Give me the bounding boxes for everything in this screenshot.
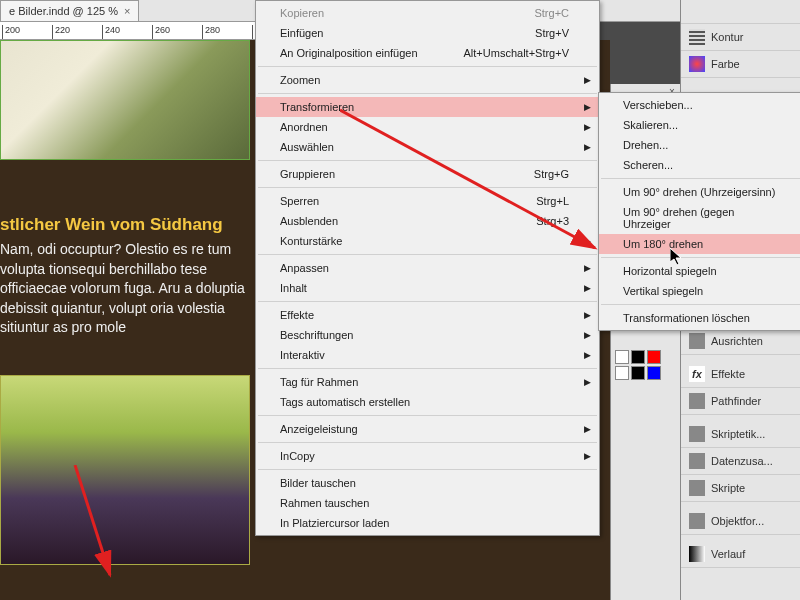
- menu-item-label: Horizontal spiegeln: [623, 265, 717, 277]
- transform-submenu-item[interactable]: Scheren...: [599, 155, 800, 175]
- context-menu-item[interactable]: Tag für Rahmen▶: [256, 372, 599, 392]
- submenu-arrow-icon: ▶: [584, 424, 591, 434]
- menu-item-label: Konturstärke: [280, 235, 342, 247]
- panel-verlauf[interactable]: Verlauf: [681, 541, 800, 568]
- submenu-arrow-icon: ▶: [584, 310, 591, 320]
- transform-submenu-item[interactable]: Um 90° drehen (Uhrzeigersinn): [599, 182, 800, 202]
- context-menu-item[interactable]: Interaktiv▶: [256, 345, 599, 365]
- panel-effekte[interactable]: fxEffekte: [681, 361, 800, 388]
- ruler-tick: 240: [102, 25, 152, 39]
- context-menu-item[interactable]: In Platziercursor laden: [256, 513, 599, 533]
- transform-submenu-item[interactable]: Um 90° drehen (gegen Uhrzeiger: [599, 202, 800, 234]
- swatch[interactable]: [631, 350, 645, 364]
- transform-submenu-item[interactable]: Skalieren...: [599, 115, 800, 135]
- swatch[interactable]: [615, 366, 629, 380]
- menu-separator: [601, 304, 800, 305]
- menu-separator: [258, 301, 597, 302]
- body-text[interactable]: Nam, odi occuptur? Olestio es re tum vol…: [0, 240, 245, 338]
- context-menu-item[interactable]: Anordnen▶: [256, 117, 599, 137]
- menu-item-label: Rahmen tauschen: [280, 497, 369, 509]
- menu-separator: [258, 160, 597, 161]
- swatch[interactable]: [615, 350, 629, 364]
- context-menu-item[interactable]: KopierenStrg+C: [256, 3, 599, 23]
- menu-item-label: Transformieren: [280, 101, 354, 113]
- swatch[interactable]: [647, 366, 661, 380]
- context-menu-item[interactable]: Zoomen▶: [256, 70, 599, 90]
- transform-submenu-item[interactable]: Transformationen löschen: [599, 308, 800, 328]
- panel-label: Effekte: [711, 368, 745, 380]
- context-menu-item[interactable]: An Originalposition einfügenAlt+Umschalt…: [256, 43, 599, 63]
- menu-item-label: Scheren...: [623, 159, 673, 171]
- menu-item-shortcut: Strg+L: [536, 195, 569, 207]
- panel-ausrichten[interactable]: Ausrichten: [681, 328, 800, 355]
- panel-label: Skriptetik...: [711, 428, 765, 440]
- menu-item-label: Ausblenden: [280, 215, 338, 227]
- menu-item-label: Beschriftungen: [280, 329, 353, 341]
- menu-item-label: Einfügen: [280, 27, 323, 39]
- context-menu-item[interactable]: Rahmen tauschen: [256, 493, 599, 513]
- menu-item-label: Tags automatisch erstellen: [280, 396, 410, 408]
- context-menu-item[interactable]: SperrenStrg+L: [256, 191, 599, 211]
- context-menu-item[interactable]: GruppierenStrg+G: [256, 164, 599, 184]
- context-menu-item[interactable]: Anzeigeleistung▶: [256, 419, 599, 439]
- context-menu-item[interactable]: Inhalt▶: [256, 278, 599, 298]
- menu-item-label: Bilder tauschen: [280, 477, 356, 489]
- submenu-arrow-icon: ▶: [584, 75, 591, 85]
- panel-label: Farbe: [711, 58, 740, 70]
- panel-label: Datenzusa...: [711, 455, 773, 467]
- menu-item-label: Kopieren: [280, 7, 324, 19]
- menu-item-shortcut: Strg+V: [535, 27, 569, 39]
- menu-item-label: Interaktiv: [280, 349, 325, 361]
- transform-submenu-item[interactable]: Vertikal spiegeln: [599, 281, 800, 301]
- close-icon[interactable]: ×: [124, 5, 130, 17]
- submenu-arrow-icon: ▶: [584, 122, 591, 132]
- panel-skriptetiketten[interactable]: Skriptetik...: [681, 421, 800, 448]
- panel-datenzusammenfuehrung[interactable]: Datenzusa...: [681, 448, 800, 475]
- object-icon: [689, 513, 705, 529]
- transform-submenu-item[interactable]: Horizontal spiegeln: [599, 261, 800, 281]
- script-icon: [689, 480, 705, 496]
- panel-objektformate[interactable]: Objektfor...: [681, 508, 800, 535]
- context-menu-item[interactable]: Konturstärke▶: [256, 231, 599, 251]
- context-menu-item[interactable]: Auswählen▶: [256, 137, 599, 157]
- context-menu-item[interactable]: AusblendenStrg+3: [256, 211, 599, 231]
- stroke-icon: [689, 29, 705, 45]
- context-menu-item[interactable]: Effekte▶: [256, 305, 599, 325]
- transform-submenu-item[interactable]: Um 180° drehen: [599, 234, 800, 254]
- menu-item-label: Gruppieren: [280, 168, 335, 180]
- panel-label: Pathfinder: [711, 395, 761, 407]
- context-menu-item[interactable]: EinfügenStrg+V: [256, 23, 599, 43]
- context-menu-item[interactable]: Beschriftungen▶: [256, 325, 599, 345]
- menu-item-label: An Originalposition einfügen: [280, 47, 418, 59]
- transform-submenu-item[interactable]: Drehen...: [599, 135, 800, 155]
- menu-separator: [258, 93, 597, 94]
- document-tab[interactable]: e Bilder.indd @ 125 % ×: [0, 0, 139, 21]
- panel-label: Verlauf: [711, 548, 745, 560]
- data-icon: [689, 453, 705, 469]
- menu-item-label: Skalieren...: [623, 119, 678, 131]
- transform-submenu-item[interactable]: Verschieben...: [599, 95, 800, 115]
- panel-farbe[interactable]: Farbe: [681, 51, 800, 78]
- swatch[interactable]: [631, 366, 645, 380]
- headline-text[interactable]: stlicher Wein vom Südhang: [0, 215, 223, 235]
- panel-kontur[interactable]: Kontur: [681, 24, 800, 51]
- context-menu-item[interactable]: Bilder tauschen: [256, 473, 599, 493]
- submenu-arrow-icon: ▶: [584, 102, 591, 112]
- menu-item-label: Drehen...: [623, 139, 668, 151]
- menu-item-shortcut: Strg+G: [534, 168, 569, 180]
- context-menu-item[interactable]: Anpassen▶: [256, 258, 599, 278]
- panel-label: Kontur: [711, 31, 743, 43]
- image-frame-grapes[interactable]: [0, 375, 250, 565]
- context-menu-item[interactable]: Tags automatisch erstellen: [256, 392, 599, 412]
- image-frame-asparagus[interactable]: [0, 40, 250, 160]
- submenu-arrow-icon: ▶: [584, 377, 591, 387]
- context-menu-item[interactable]: InCopy▶: [256, 446, 599, 466]
- swatch[interactable]: [647, 350, 661, 364]
- menu-separator: [258, 442, 597, 443]
- panel-pathfinder[interactable]: Pathfinder: [681, 388, 800, 415]
- panel-skripte[interactable]: Skripte: [681, 475, 800, 502]
- menu-item-label: Zoomen: [280, 74, 320, 86]
- menu-item-label: Anpassen: [280, 262, 329, 274]
- context-menu-item[interactable]: Transformieren▶: [256, 97, 599, 117]
- menu-item-label: Tag für Rahmen: [280, 376, 358, 388]
